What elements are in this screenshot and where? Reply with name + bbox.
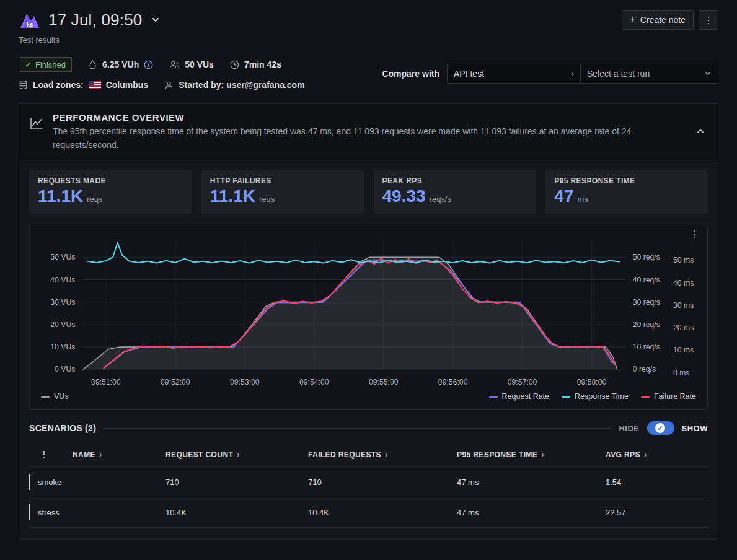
load-zones: Load zones: Columbus xyxy=(19,80,148,90)
table-row-smoke[interactable]: smoke 710 710 47 ms 1.54 xyxy=(29,467,708,497)
table-kebab-menu[interactable]: ⋮ xyxy=(29,449,73,460)
sort-chevron-icon: › xyxy=(99,450,102,459)
cell-p95: 47 ms xyxy=(457,478,606,487)
sort-chevron-icon: › xyxy=(644,450,647,459)
stat-value: 47 xyxy=(554,187,573,206)
svg-text:10 req/s: 10 req/s xyxy=(633,343,660,351)
meta-section: ✓ Finished 6.25 VUh 50 VUs xyxy=(19,57,718,90)
stat-value: 11.1K xyxy=(210,187,255,206)
create-note-button[interactable]: + Create note xyxy=(622,10,694,30)
svg-text:20 VUs: 20 VUs xyxy=(50,320,75,329)
divider xyxy=(104,428,611,429)
svg-text:20 req/s: 20 req/s xyxy=(633,320,660,329)
page: k6 17 Jul, 09:50 Test results + Create n… xyxy=(0,0,737,540)
svg-text:09:52:00: 09:52:00 xyxy=(161,378,190,387)
stats-row: REQUESTS MADE 11.1Kreqs HTTP FAILURES 11… xyxy=(19,160,718,224)
svg-text:40 ms: 40 ms xyxy=(673,279,694,287)
compare-test-select[interactable]: API test › xyxy=(448,64,580,83)
svg-text:09:57:00: 09:57:00 xyxy=(508,378,537,387)
cell-p95: 47 ms xyxy=(457,508,606,517)
svg-text:20 ms: 20 ms xyxy=(673,323,694,332)
svg-text:0 req/s: 0 req/s xyxy=(633,365,656,374)
meta-row-1: ✓ Finished 6.25 VUh 50 VUs xyxy=(19,57,305,72)
svg-text:0 VUs: 0 VUs xyxy=(55,365,75,374)
status-badge: ✓ Finished xyxy=(19,57,72,72)
info-icon[interactable] xyxy=(144,60,153,69)
legend-swatch-response-time xyxy=(562,396,570,398)
row-accent xyxy=(29,474,30,490)
cell-avg-rps: 1.54 xyxy=(606,478,708,487)
clock-icon xyxy=(230,60,239,69)
legend-label: Request Rate xyxy=(502,392,549,401)
svg-text:10 ms: 10 ms xyxy=(673,346,694,354)
svg-text:50 ms: 50 ms xyxy=(673,256,694,265)
compare-run-select[interactable]: Select a test run xyxy=(580,64,718,83)
compare-test-value: API test xyxy=(454,69,484,79)
legend-label: Failure Rate xyxy=(654,392,696,401)
vus-value: 50 VUs xyxy=(185,59,214,69)
stat-peak-rps: PEAK RPS 49.33reqs/s xyxy=(374,170,536,214)
us-flag-icon xyxy=(89,81,101,89)
svg-text:0 ms: 0 ms xyxy=(673,369,689,377)
stat-label: P95 RESPONSE TIME xyxy=(554,177,699,185)
show-label: SHOW xyxy=(682,424,708,433)
performance-overview-header: PERFORMANCE OVERVIEW The 95th percentile… xyxy=(19,104,718,160)
svg-text:09:56:00: 09:56:00 xyxy=(438,378,468,387)
legend-swatch-request-rate xyxy=(489,396,498,398)
svg-text:30 req/s: 30 req/s xyxy=(633,298,660,307)
collapse-chevron-up-icon[interactable] xyxy=(693,124,708,141)
legend-response-time[interactable]: Response Time xyxy=(562,392,629,401)
duration-metric: 7min 42s xyxy=(230,59,281,69)
svg-text:09:55:00: 09:55:00 xyxy=(369,378,399,387)
title-block: k6 17 Jul, 09:50 Test results xyxy=(19,9,161,45)
legend-label: VUs xyxy=(54,392,69,401)
performance-chart-panel: ⋮ 0 VUs10 VUs20 VUs30 VUs40 VUs50 VUs0 r… xyxy=(29,224,708,410)
legend-swatch-vus xyxy=(41,396,50,398)
cell-name: smoke xyxy=(29,478,165,487)
meta-row-2: Load zones: Columbus Started by: user@gr… xyxy=(19,80,305,90)
header-kebab-menu-button[interactable]: ⋮ xyxy=(699,10,718,30)
stat-requests-made: REQUESTS MADE 11.1Kreqs xyxy=(29,170,192,214)
column-header-request-count[interactable]: REQUEST COUNT› xyxy=(165,450,308,459)
sort-chevron-icon: › xyxy=(541,450,544,459)
legend-label: Response Time xyxy=(575,392,629,401)
hide-show-toggle[interactable]: ✓ xyxy=(647,421,674,435)
scenarios-header: SCENARIOS (2) HIDE ✓ SHOW xyxy=(19,410,718,441)
column-header-failed-requests[interactable]: FAILED REQUESTS› xyxy=(308,450,457,459)
sort-chevron-icon: › xyxy=(385,450,388,459)
stat-unit: ms xyxy=(577,195,588,204)
legend-request-rate[interactable]: Request Rate xyxy=(489,392,549,401)
stat-unit: reqs xyxy=(87,195,102,204)
legend-vus[interactable]: VUs xyxy=(41,392,69,401)
cell-avg-rps: 22.57 xyxy=(606,508,708,517)
vuh-metric: 6.25 VUh xyxy=(88,59,153,69)
compare-control: API test › Select a test run xyxy=(447,64,718,84)
duration-value: 7min 42s xyxy=(244,59,281,69)
performance-chart: 0 VUs10 VUs20 VUs30 VUs40 VUs50 VUs0 req… xyxy=(32,230,705,390)
stat-value: 11.1K xyxy=(38,187,83,206)
started-by-value: Started by: user@grafana.com xyxy=(179,80,305,90)
svg-text:09:58:00: 09:58:00 xyxy=(577,378,607,387)
svg-text:40 VUs: 40 VUs xyxy=(50,276,75,284)
svg-text:30 VUs: 30 VUs xyxy=(50,298,75,307)
column-header-avg-rps[interactable]: AVG RPS› xyxy=(606,450,708,459)
load-zones-label: Load zones: xyxy=(33,80,84,90)
svg-text:50 req/s: 50 req/s xyxy=(633,253,660,262)
page-title: 17 Jul, 09:50 xyxy=(48,11,143,30)
meta-left: ✓ Finished 6.25 VUh 50 VUs xyxy=(19,57,305,90)
k6-logo-icon: k6 xyxy=(19,9,41,31)
column-header-name[interactable]: NAME› xyxy=(73,450,165,459)
cell-failed-requests: 10.4K xyxy=(308,508,457,517)
compare-with-label: Compare with xyxy=(382,69,439,79)
started-by: Started by: user@grafana.com xyxy=(164,80,305,90)
title-dropdown-chevron-icon[interactable] xyxy=(150,14,161,25)
chevron-down-icon xyxy=(704,68,712,79)
column-header-p95-response-time[interactable]: P95 RESPONSE TIME› xyxy=(457,450,606,459)
chart-kebab-menu[interactable]: ⋮ xyxy=(690,228,700,240)
row-accent xyxy=(29,504,30,520)
stat-p95-response-time: P95 RESPONSE TIME 47ms xyxy=(545,170,708,214)
chevron-right-icon: › xyxy=(571,68,574,79)
table-row-stress[interactable]: stress 10.4K 10.4K 47 ms 22.57 xyxy=(29,497,708,528)
legend-failure-rate[interactable]: Failure Rate xyxy=(641,392,696,401)
top-actions: + Create note ⋮ xyxy=(622,10,718,30)
